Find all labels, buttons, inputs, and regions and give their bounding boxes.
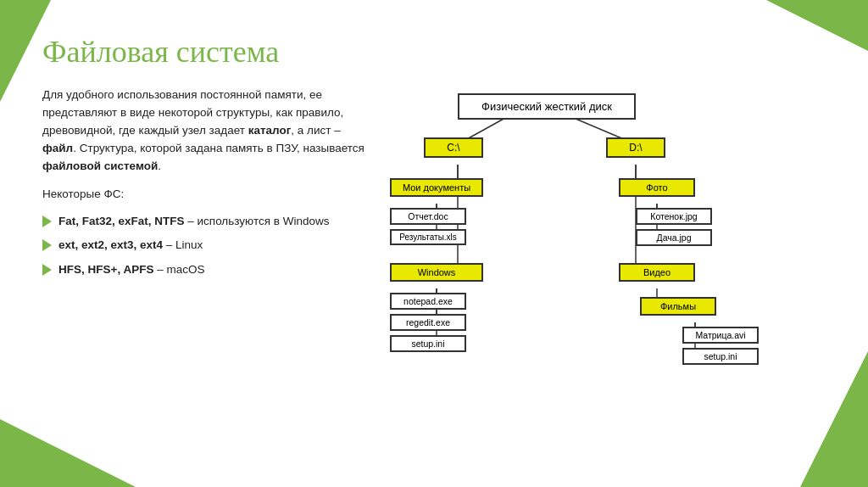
bold-file: файл	[42, 142, 73, 154]
windows-folder: Windows	[390, 263, 483, 282]
slide-content: Файловая система Для удобного использова…	[42, 34, 826, 453]
description-paragraph1: Для удобного использования постоянной па…	[42, 87, 364, 176]
bullet-arrow-icon	[42, 216, 52, 227]
regedit-label: regedit.exe	[406, 317, 450, 327]
setup-c-file: setup.ini	[390, 335, 466, 352]
dacha-file: Дача.jpg	[636, 229, 712, 246]
windows-label: Windows	[418, 267, 456, 277]
setup-d-label: setup.ini	[704, 351, 737, 361]
bullet-arrow-icon	[42, 239, 52, 251]
description-paragraph2: Некоторые ФС:	[42, 186, 364, 204]
matrica-label: Матрица.avi	[695, 330, 745, 340]
bullet-arrow-icon	[42, 264, 52, 276]
foto-folder: Фото	[619, 178, 695, 197]
filmy-label: Фильмы	[660, 301, 696, 311]
list-item: HFS, HFS+, APFS – macOS	[42, 262, 364, 278]
d-drive-box: D:\	[606, 137, 665, 158]
otchet-file: Отчет.doc	[390, 208, 466, 225]
matrica-file: Матрица.avi	[682, 327, 759, 344]
regedit-file: regedit.exe	[390, 314, 466, 331]
notepad-file: notepad.exe	[390, 293, 466, 310]
physical-disk-label: Физический жесткий диск	[481, 100, 612, 113]
list-item-text: HFS, HFS+, APFS – macOS	[58, 262, 204, 278]
c-drive-label: C:\	[447, 142, 459, 154]
filmy-folder: Фильмы	[640, 297, 716, 316]
left-panel: Для удобного использования постоянной па…	[42, 87, 364, 453]
video-folder: Видео	[619, 263, 695, 282]
otchet-label: Отчет.doc	[408, 211, 448, 221]
rezultaty-label: Результаты.xls	[399, 232, 457, 242]
d-drive-label: D:\	[629, 142, 642, 154]
my-documents-label: Мои документы	[403, 182, 470, 193]
my-documents-folder: Мои документы	[390, 178, 483, 197]
notepad-label: notepad.exe	[403, 296, 453, 306]
video-label: Видео	[643, 267, 670, 277]
dacha-label: Дача.jpg	[657, 232, 692, 243]
bold-filesystem: файловой системой	[42, 160, 158, 172]
kotenok-label: Котенок.jpg	[650, 211, 697, 221]
setup-c-label: setup.ini	[411, 339, 444, 349]
list-item: Fat, Fat32, exFat, NTFS – используются в…	[42, 214, 364, 230]
list-item-text: ext, ext2, ext3, ext4 – Linux	[58, 238, 203, 254]
setup-d-file: setup.ini	[682, 348, 759, 365]
right-panel: Физический жесткий диск C:\ D:\ Мои доку…	[390, 87, 826, 453]
foto-label: Фото	[646, 182, 667, 193]
list-item-text: Fat, Fat32, exFat, NTFS – используются в…	[58, 214, 329, 230]
bold-catalog: каталог	[248, 124, 292, 137]
list-item: ext, ext2, ext3, ext4 – Linux	[42, 238, 364, 254]
physical-disk-box: Физический жесткий диск	[458, 93, 636, 120]
kotenok-file: Котенок.jpg	[636, 208, 712, 225]
c-drive-box: C:\	[424, 137, 483, 158]
main-area: Для удобного использования постоянной па…	[42, 87, 826, 453]
page-title: Файловая система	[42, 34, 826, 70]
rezultaty-file: Результаты.xls	[390, 229, 466, 245]
bullet-list: Fat, Fat32, exFat, NTFS – используются в…	[42, 214, 364, 279]
